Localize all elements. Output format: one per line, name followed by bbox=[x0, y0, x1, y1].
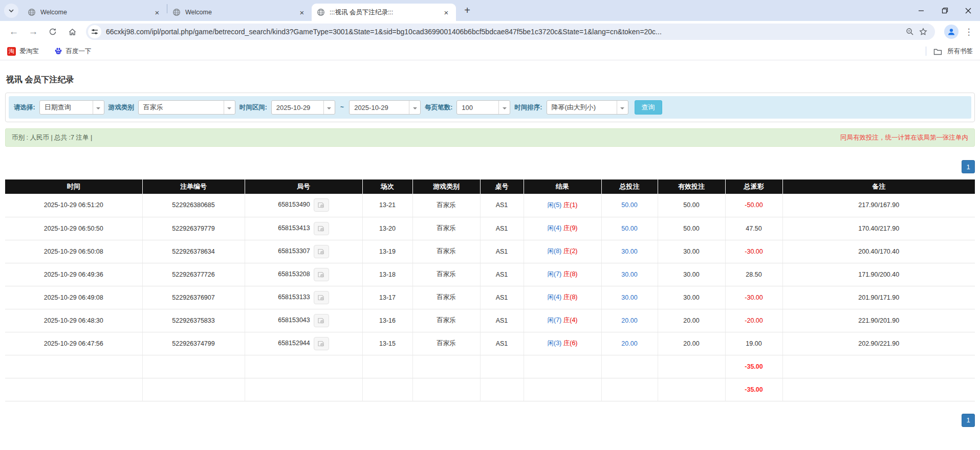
total-bet-cell[interactable]: 30.00 bbox=[601, 263, 658, 286]
result-cell: 闲(3) 庄(6) bbox=[524, 332, 601, 355]
bookmark-item[interactable]: 淘 爱淘宝 bbox=[7, 47, 39, 56]
table-row: 2025-10-29 06:47:56 522926374799 6581529… bbox=[5, 332, 975, 355]
result-cell: 闲(7) 庄(8) bbox=[524, 263, 601, 286]
tab-close-icon[interactable]: × bbox=[153, 8, 162, 17]
select-arrow-icon bbox=[498, 101, 510, 114]
subtotal-row: 小计 7 230.00 230.00 -35.00 bbox=[5, 355, 975, 378]
valid-bet-cell: 50.00 bbox=[658, 194, 725, 217]
date-from-value: 2025-10-29 bbox=[272, 101, 323, 114]
remark-cell: 170.40/217.90 bbox=[782, 217, 975, 240]
video-replay-button[interactable] bbox=[314, 222, 329, 235]
column-header: 有效投注 bbox=[658, 179, 725, 194]
total-bet-cell[interactable]: 50.00 bbox=[601, 217, 658, 240]
minimize-button[interactable] bbox=[909, 0, 933, 21]
select-arrow-icon bbox=[617, 101, 628, 114]
chevron-down-icon bbox=[8, 8, 14, 14]
date-to-select[interactable]: 2025-10-29 bbox=[349, 100, 421, 115]
page-content: 视讯 会员下注纪录 请选择: 日期查询 游戏类别 百家乐 时间区间: 2025-… bbox=[0, 75, 980, 427]
video-replay-button[interactable] bbox=[314, 268, 329, 281]
filter-bar: 请选择: 日期查询 游戏类别 百家乐 时间区间: 2025-10-29 ~ 20 bbox=[9, 96, 971, 119]
total-bet-cell[interactable]: 50.00 bbox=[601, 194, 658, 217]
tab-title: Welcome bbox=[185, 9, 293, 16]
close-window-button[interactable] bbox=[956, 0, 980, 21]
tab-list: Welcome × Welcome × :::视讯 会员下注纪录::: × bbox=[23, 0, 456, 21]
game-type-cell: 百家乐 bbox=[412, 240, 480, 263]
site-info-button[interactable] bbox=[88, 25, 101, 38]
table-number-cell: AS1 bbox=[480, 194, 524, 217]
tab-close-icon[interactable]: × bbox=[297, 8, 307, 17]
total-count: 7 bbox=[142, 378, 245, 401]
bookmark-item[interactable]: du 百度一下 bbox=[54, 47, 92, 56]
page-1-button[interactable]: 1 bbox=[962, 414, 975, 427]
bookmark-list: 淘 爱淘宝 du 百度一下 bbox=[7, 47, 107, 56]
tab-search-button[interactable] bbox=[4, 4, 18, 18]
browser-window: Welcome × Welcome × :::视讯 会员下注纪录::: × + … bbox=[0, 0, 980, 450]
payout-cell: 28.50 bbox=[725, 263, 782, 286]
browser-tab[interactable]: Welcome × bbox=[23, 4, 167, 21]
session-cell: 13-16 bbox=[362, 309, 412, 332]
filter-panel: 请选择: 日期查询 游戏类别 百家乐 时间区间: 2025-10-29 ~ 20 bbox=[5, 93, 975, 122]
bet-time-cell: 2025-10-29 06:49:08 bbox=[5, 286, 142, 309]
all-bookmarks-button[interactable]: 所有书签 bbox=[926, 47, 973, 56]
address-bar[interactable]: 66cxkj98.com/ipl/portal.php/game/betreco… bbox=[86, 24, 935, 40]
total-bet-cell[interactable]: 20.00 bbox=[601, 332, 658, 355]
home-button[interactable] bbox=[63, 23, 81, 40]
round-id-cell: 658153043 bbox=[245, 309, 362, 332]
total-total-bet: 230.00 bbox=[601, 378, 658, 401]
bet-id-cell: 522926380685 bbox=[142, 194, 245, 217]
zoom-level-button[interactable] bbox=[903, 25, 917, 38]
video-replay-button[interactable] bbox=[314, 291, 329, 304]
remark-cell: 217.90/167.90 bbox=[782, 194, 975, 217]
column-header: 场次 bbox=[362, 179, 412, 194]
valid-bet-cell: 30.00 bbox=[658, 263, 725, 286]
page-size-value: 100 bbox=[457, 101, 498, 114]
subtotal-valid-bet: 230.00 bbox=[658, 355, 725, 378]
profile-avatar[interactable] bbox=[944, 25, 959, 39]
home-icon bbox=[68, 28, 77, 36]
page-1-button[interactable]: 1 bbox=[962, 160, 975, 173]
reload-button[interactable] bbox=[44, 23, 61, 40]
bet-time-cell: 2025-10-29 06:49:36 bbox=[5, 263, 142, 286]
total-bet-cell[interactable]: 30.00 bbox=[601, 240, 658, 263]
globe-icon bbox=[28, 8, 36, 16]
video-camera-icon bbox=[317, 340, 325, 347]
taobao-icon: 淘 bbox=[7, 47, 16, 56]
url-text[interactable]: 66cxkj98.com/ipl/portal.php/game/betreco… bbox=[106, 28, 903, 36]
round-id-cell: 658153208 bbox=[245, 263, 362, 286]
query-mode-select[interactable]: 日期查询 bbox=[39, 100, 104, 115]
video-replay-button[interactable] bbox=[314, 314, 329, 327]
maximize-button[interactable] bbox=[933, 0, 956, 21]
video-replay-button[interactable] bbox=[314, 198, 329, 212]
video-replay-button[interactable] bbox=[314, 245, 329, 258]
browser-menu-button[interactable]: ⋮ bbox=[963, 25, 975, 39]
bookmark-star-button[interactable] bbox=[917, 25, 930, 38]
tab-close-icon[interactable]: × bbox=[442, 8, 451, 17]
page-size-select[interactable]: 100 bbox=[456, 100, 510, 115]
total-bet-cell[interactable]: 30.00 bbox=[601, 286, 658, 309]
sort-order-select[interactable]: 降幂(由大到小) bbox=[547, 100, 628, 115]
table-number-cell: AS1 bbox=[480, 332, 524, 355]
tab-strip: Welcome × Welcome × :::视讯 会员下注纪录::: × + bbox=[0, 0, 980, 21]
total-label: 总计 bbox=[5, 378, 142, 401]
select-arrow-icon bbox=[224, 101, 235, 114]
column-header: 时间 bbox=[5, 179, 142, 194]
search-button[interactable]: 查询 bbox=[635, 100, 662, 115]
video-replay-button[interactable] bbox=[314, 337, 329, 350]
game-type-cell: 百家乐 bbox=[412, 286, 480, 309]
table-number-cell: AS1 bbox=[480, 286, 524, 309]
total-bet-cell[interactable]: 20.00 bbox=[601, 309, 658, 332]
table-number-cell: AS1 bbox=[480, 309, 524, 332]
result-cell: 闲(4) 庄(9) bbox=[524, 217, 601, 240]
date-from-select[interactable]: 2025-10-29 bbox=[271, 100, 335, 115]
forward-button[interactable]: → bbox=[25, 23, 42, 40]
table-row: 2025-10-29 06:51:20 522926380685 6581534… bbox=[5, 194, 975, 217]
browser-tab[interactable]: :::视讯 会员下注纪录::: × bbox=[312, 4, 456, 21]
back-button[interactable]: ← bbox=[5, 23, 23, 40]
table-number-cell: AS1 bbox=[480, 240, 524, 263]
game-type-select[interactable]: 百家乐 bbox=[138, 100, 235, 115]
payout-cell: -30.00 bbox=[725, 240, 782, 263]
new-tab-button[interactable]: + bbox=[460, 4, 474, 18]
browser-tab[interactable]: Welcome × bbox=[167, 4, 312, 21]
result-cell: 闲(4) 庄(8) bbox=[524, 286, 601, 309]
subtotal-label: 小计 bbox=[5, 355, 142, 378]
